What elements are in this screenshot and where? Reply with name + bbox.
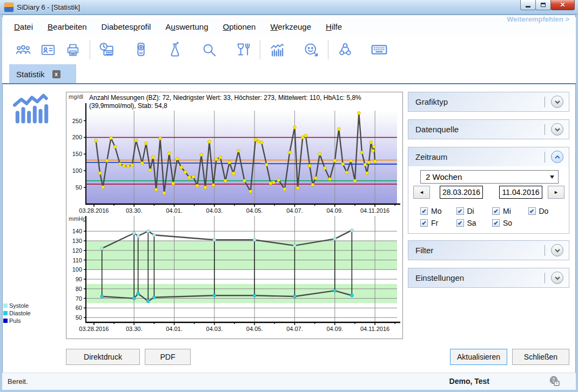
statistics-page-icon [9, 91, 55, 127]
checkbox-icon[interactable]: ✔ [420, 207, 428, 215]
svg-text:70: 70 [76, 295, 82, 302]
section-grafiktyp[interactable]: Grafiktyp [408, 92, 569, 112]
checkbox-icon[interactable]: ✔ [492, 207, 500, 215]
minimize-button[interactable] [520, 0, 536, 10]
svg-text:04.01.: 04.01. [166, 207, 183, 214]
section-zeitraum[interactable]: Zeitraum 2 Wochen ◄ 28.03.2016 11.04.201… [408, 147, 569, 234]
svg-text:50: 50 [76, 314, 82, 321]
title-bar: SiDiary 6 - [Statistik] ✕ [0, 0, 578, 15]
sync-status-icon[interactable] [548, 375, 561, 390]
aktualisieren-button[interactable]: Aktualisieren [450, 349, 507, 365]
legend-swatch [3, 303, 8, 308]
tab-row: Statistik x [2, 64, 576, 84]
chevron-down-icon[interactable] [551, 244, 563, 256]
menu-item-diabetesprofil[interactable]: Diabetesprofil [102, 22, 151, 31]
pdf-button[interactable]: PDF [145, 349, 191, 365]
menu-item-optionen[interactable]: Optionen [223, 22, 256, 31]
section-label: Grafiktyp [408, 97, 448, 106]
zeitraum-range-select[interactable]: 2 Wochen [420, 170, 559, 184]
weekday-label: Mo [431, 207, 441, 215]
checkbox-icon[interactable]: ✔ [456, 207, 464, 215]
date-to-field[interactable]: 11.04.2016 [499, 186, 542, 199]
search-icon[interactable] [197, 40, 221, 59]
date-from-field[interactable]: 28.03.2016 [440, 186, 483, 199]
keyboard-icon[interactable] [367, 40, 392, 59]
legend-label: Puls [9, 317, 21, 324]
statistics-icon[interactable] [265, 40, 290, 59]
svg-text:150: 150 [72, 151, 82, 157]
svg-text:90: 90 [76, 276, 82, 282]
status-user: Demo, Test [449, 377, 489, 386]
toolbar-separator [260, 40, 260, 59]
glucose-meter-icon[interactable] [129, 40, 153, 59]
checkbox-icon[interactable]: ✔ [492, 219, 500, 227]
feedback-icon[interactable] [299, 40, 324, 59]
tab-close-icon[interactable]: x [52, 70, 61, 78]
close-icon: ✕ [560, 1, 565, 9]
weekday-fr[interactable]: ✔Fr [420, 217, 456, 229]
weekday-label: Do [539, 207, 549, 215]
section-filter[interactable]: Filter [408, 240, 569, 260]
chevron-up-icon[interactable] [551, 151, 563, 163]
toolbar-spacer [362, 40, 362, 59]
users-icon[interactable] [11, 40, 36, 59]
menu-item-auswertung[interactable]: Auswertung [165, 22, 208, 31]
menu-item-datei[interactable]: Datei [14, 22, 33, 31]
nutrition-icon[interactable] [231, 40, 256, 59]
toolbar-spacer [192, 40, 192, 59]
svg-text:03.30.: 03.30. [126, 207, 143, 214]
chevron-down-icon[interactable] [551, 96, 563, 108]
direktdruck-button[interactable]: Direktdruck [66, 349, 140, 365]
tab-statistik[interactable]: Statistik x [9, 64, 76, 84]
separator [545, 245, 545, 256]
svg-text:04.11.2016: 04.11.2016 [360, 207, 389, 214]
toolbar-separator [328, 40, 328, 59]
menu-item-werkzeuge[interactable]: Werkzeuge [270, 22, 311, 31]
section-einstellungen[interactable]: Einstellungen [408, 268, 569, 288]
sidiary-window: { "window": { "title": "SiDiary 6 - [Sta… [0, 0, 578, 392]
weekday-mo[interactable]: ✔Mo [420, 205, 456, 217]
menu-item-hilfe[interactable]: Hilfe [326, 22, 342, 31]
section-label: Einstellungen [408, 273, 464, 282]
chevron-down-icon[interactable] [551, 272, 563, 284]
weekday-di[interactable]: ✔Di [456, 205, 493, 217]
maximize-button[interactable] [535, 0, 551, 10]
svg-text:130: 130 [72, 238, 82, 244]
sync-icon[interactable] [333, 40, 358, 59]
checkbox-icon[interactable]: ✔ [420, 219, 428, 227]
window-title: SiDiary 6 - [Statistik] [17, 3, 80, 11]
separator [545, 152, 545, 163]
schliessen-button[interactable]: Schließen [512, 349, 569, 365]
svg-text:04.07.: 04.07. [286, 207, 303, 214]
legend-label: Systole [9, 302, 29, 309]
toolbar-spacer [226, 40, 226, 59]
chevron-down-icon[interactable] [551, 123, 563, 136]
maximize-icon [541, 3, 546, 7]
weekday-label: Sa [467, 219, 476, 227]
section-datenquelle[interactable]: Datenquelle [408, 119, 569, 139]
tab-label: Statistik [16, 70, 45, 79]
diary-icon[interactable] [95, 40, 119, 59]
checkbox-icon[interactable]: ✔ [456, 219, 464, 227]
printer-icon[interactable] [61, 40, 85, 59]
close-button[interactable]: ✕ [550, 0, 575, 10]
next-period-button[interactable]: ► [548, 186, 564, 199]
weekday-mi[interactable]: ✔Mi [492, 205, 528, 217]
svg-text:mg/dl: mg/dl [69, 93, 83, 100]
status-bar: Bereit. Demo, Test [2, 373, 576, 390]
weekday-sa[interactable]: ✔Sa [456, 217, 493, 229]
weekday-so[interactable]: ✔So [492, 217, 528, 229]
prev-period-button[interactable]: ◄ [413, 186, 430, 199]
menu-item-bearbeiten[interactable]: Bearbeiten [48, 22, 87, 31]
recommend-link[interactable]: Weiterempfehlen > [507, 15, 569, 23]
bp-legend: SystoleDiastolePuls [3, 302, 31, 325]
svg-text:mmHg: mmHg [69, 215, 86, 222]
lab-flask-icon[interactable] [163, 40, 187, 59]
legend-label: Diastole [9, 310, 31, 316]
svg-text:03.28.2016: 03.28.2016 [79, 207, 109, 214]
svg-text:60: 60 [76, 305, 82, 311]
checkbox-icon[interactable]: ✔ [528, 207, 536, 215]
weekday-do[interactable]: ✔Do [528, 205, 564, 217]
tab-underline [2, 83, 576, 84]
contact-card-icon[interactable] [36, 40, 61, 59]
